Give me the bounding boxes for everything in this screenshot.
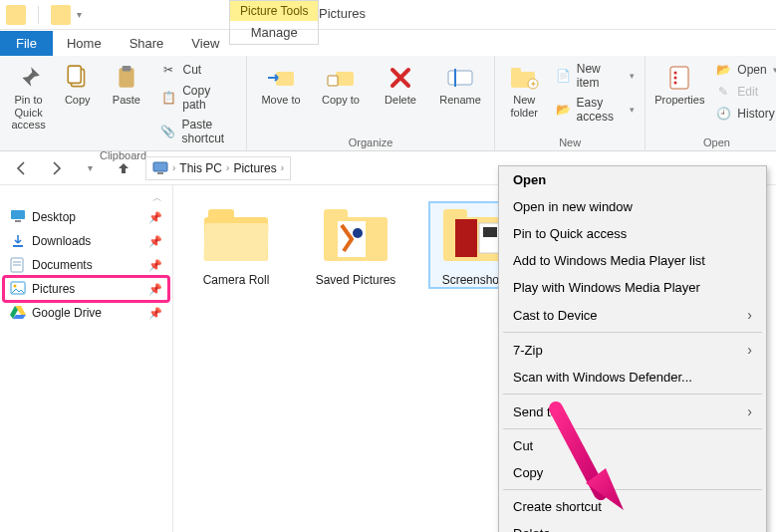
chevron-right-icon: › [281, 162, 284, 173]
svg-rect-7 [448, 71, 472, 85]
tab-share[interactable]: Share [116, 31, 178, 56]
tree-item-documents[interactable]: Documents 📌 [4, 253, 168, 277]
svg-rect-13 [670, 67, 688, 89]
chevron-down-icon: ▾ [630, 105, 635, 115]
easy-access-button[interactable]: 📂 Easy access ▾ [554, 94, 638, 126]
chevron-down-icon: ▾ [630, 71, 635, 81]
cut-button[interactable]: ✂ Cut [158, 60, 238, 80]
move-to-button[interactable]: Move to [255, 60, 307, 109]
crumb-this-pc[interactable]: This PC [179, 161, 222, 175]
back-button[interactable] [10, 156, 34, 180]
qat-folder-icon[interactable] [51, 5, 71, 25]
tree-chevron-icon[interactable]: ︿ [4, 191, 168, 205]
tab-view[interactable]: View [177, 31, 233, 56]
menu-add-wmp-list[interactable]: Add to Windows Media Player list [499, 247, 766, 274]
menu-send-to[interactable]: Send to [499, 398, 766, 425]
delete-icon [385, 62, 416, 94]
menu-cut[interactable]: Cut [499, 432, 766, 459]
up-button[interactable] [112, 156, 135, 180]
menu-separator [503, 428, 762, 429]
pin-icon: 📌 [148, 259, 162, 272]
pin-icon: 📌 [148, 211, 162, 224]
rename-button[interactable]: Rename [434, 60, 486, 109]
svg-point-14 [674, 72, 677, 75]
crumb-pictures[interactable]: Pictures [233, 161, 276, 175]
svg-rect-17 [153, 162, 167, 171]
folder-item[interactable]: Camera Roll [191, 203, 281, 287]
copy-icon [62, 62, 94, 94]
history-button[interactable]: 🕘 History [713, 104, 776, 124]
tab-manage[interactable]: Manage [230, 21, 318, 44]
svg-point-16 [674, 82, 677, 85]
menu-7zip[interactable]: 7-Zip [499, 336, 766, 364]
forward-button[interactable] [44, 156, 68, 180]
svg-text:✦: ✦ [530, 80, 537, 89]
new-folder-button[interactable]: ✦ New folder [503, 60, 546, 121]
menu-separator [503, 332, 762, 333]
tree-item-google-drive[interactable]: Google Drive 📌 [4, 301, 168, 325]
properties-icon [663, 62, 695, 94]
nav-tree: ︿ Desktop 📌 Downloads 📌 Documents 📌 Pict… [0, 185, 173, 532]
svg-rect-4 [276, 72, 294, 86]
scissors-icon: ✂ [160, 62, 176, 78]
copy-to-button[interactable]: Copy to [315, 60, 367, 109]
move-to-icon [265, 62, 297, 94]
pin-quick-access-button[interactable]: Pin to Quick access [8, 60, 49, 133]
menu-separator [503, 394, 762, 395]
menu-cast-to-device[interactable]: Cast to Device [499, 301, 766, 329]
qat-dropdown-icon[interactable]: ▾ [77, 9, 82, 20]
chevron-right-icon: › [226, 162, 229, 173]
menu-delete[interactable]: Delete [499, 520, 766, 532]
tree-item-pictures[interactable]: Pictures 📌 [4, 277, 168, 301]
edit-icon: ✎ [715, 84, 731, 100]
window-title: Pictures [319, 6, 366, 21]
new-item-icon: 📄 [556, 68, 571, 84]
paste-shortcut-icon: 📎 [160, 124, 175, 139]
context-menu: Open Open in new window Pin to Quick acc… [498, 165, 767, 532]
svg-rect-31 [324, 209, 348, 221]
new-folder-icon: ✦ [508, 62, 540, 94]
svg-rect-3 [123, 66, 131, 71]
menu-scan-defender[interactable]: Scan with Windows Defender... [499, 364, 766, 391]
svg-rect-21 [13, 245, 23, 247]
svg-rect-6 [328, 76, 338, 86]
new-item-button[interactable]: 📄 New item ▾ [554, 60, 638, 92]
recent-dropdown[interactable]: ▾ [78, 156, 102, 180]
paste-icon [111, 62, 142, 94]
svg-rect-19 [11, 210, 25, 219]
copy-path-button[interactable]: 📋 Copy path [158, 82, 238, 114]
menu-open[interactable]: Open [499, 166, 766, 193]
menu-play-wmp[interactable]: Play with Windows Media Player [499, 274, 766, 301]
copy-button[interactable]: Copy [57, 60, 98, 109]
group-clipboard: Pin to Quick access Copy Paste ✂ Cut [0, 56, 247, 150]
menu-create-shortcut[interactable]: Create shortcut [499, 493, 766, 520]
menu-pin-quick-access[interactable]: Pin to Quick access [499, 220, 766, 247]
group-new: ✦ New folder 📄 New item ▾ 📂 Easy access … [495, 56, 646, 150]
properties-button[interactable]: Properties [653, 60, 705, 109]
pin-icon: 📌 [148, 283, 162, 296]
pc-icon [152, 161, 168, 175]
desktop-icon [10, 209, 26, 225]
copy-to-icon [325, 62, 357, 94]
tree-item-downloads[interactable]: Downloads 📌 [4, 229, 168, 253]
open-icon: 📂 [715, 62, 731, 78]
pin-icon: 📌 [148, 235, 162, 248]
svg-point-33 [353, 228, 363, 238]
folder-icon [204, 209, 268, 261]
menu-separator [503, 489, 762, 490]
svg-rect-1 [68, 66, 81, 83]
paste-button[interactable]: Paste [106, 60, 146, 109]
tree-item-desktop[interactable]: Desktop 📌 [4, 205, 168, 229]
ribbon-tabs: File Home Share View [0, 30, 776, 56]
folder-item[interactable]: Saved Pictures [311, 203, 400, 287]
tab-file[interactable]: File [0, 31, 53, 56]
menu-copy[interactable]: Copy [499, 459, 766, 486]
paste-shortcut-button[interactable]: 📎 Paste shortcut [158, 116, 238, 147]
breadcrumb[interactable]: › This PC › Pictures › [145, 156, 291, 180]
menu-open-new-window[interactable]: Open in new window [499, 193, 766, 220]
delete-button[interactable]: Delete [375, 60, 426, 109]
open-button[interactable]: 📂 Open ▾ [713, 60, 776, 80]
title-bar: ▾ [0, 0, 776, 30]
tab-home[interactable]: Home [53, 31, 116, 56]
app-folder-icon [6, 5, 26, 25]
